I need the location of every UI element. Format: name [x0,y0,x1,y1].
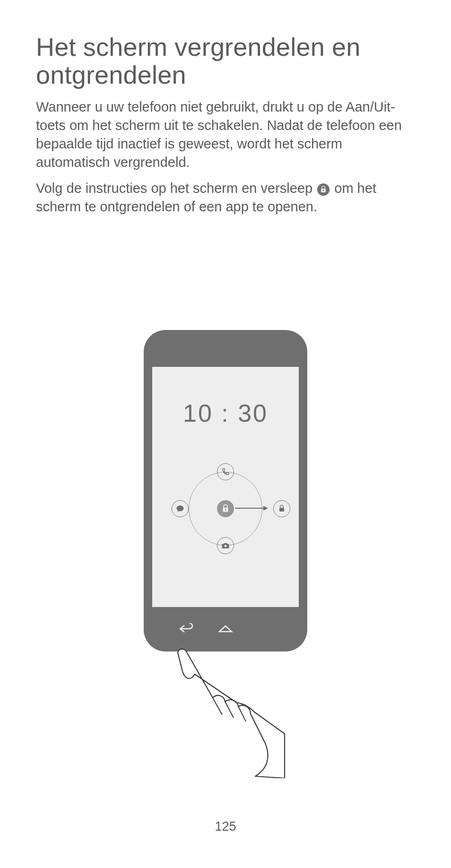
paragraph-2: Volg de instructies op het scherm en ver… [36,179,415,216]
manual-page: Het scherm vergrendelen en ontgrendelen … [0,0,451,868]
paragraph-2a: Volg de instructies op het scherm en ver… [36,181,316,196]
svg-rect-7 [225,510,226,511]
svg-point-4 [225,545,227,547]
page-title: Het scherm vergrendelen en ontgrendelen [36,33,415,89]
unlock-target-icon [273,500,290,517]
back-icon [179,623,195,636]
paragraph-1: Wanneer u uw telefoon niet gebruikt, dru… [36,98,415,172]
camera-icon [217,537,234,554]
lock-icon [317,183,330,196]
svg-rect-2 [323,190,324,191]
home-icon [217,623,234,636]
illustration: 10 : 30 [0,330,451,651]
center-lock-icon [217,500,234,517]
page-number: 125 [0,819,451,834]
phone-screen: 10 : 30 [152,367,299,607]
drag-arrow-icon [235,504,269,513]
lockscreen-time: 10 : 30 [152,399,299,427]
phone-navbar [144,620,307,639]
phone-body: 10 : 30 [144,330,307,651]
phone-icon [217,463,234,480]
message-icon [172,500,189,517]
svg-rect-3 [279,508,284,512]
hand-pointer-icon [162,646,289,780]
